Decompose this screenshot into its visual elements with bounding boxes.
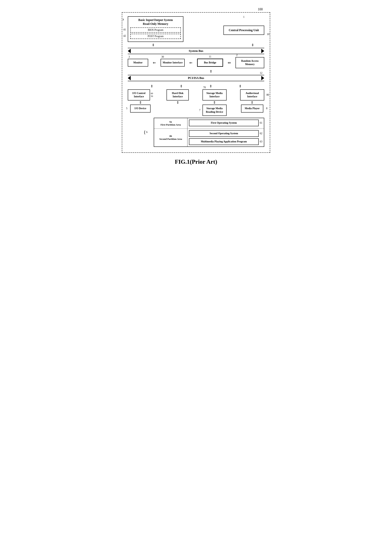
hdd-block: Hard Disk Interface [166,89,189,101]
ref-11: 11 [209,55,211,58]
bios-program-label: BIOS Program [133,29,179,32]
page-wrapper: 100 4 Basic Input/Output SystemRead-Only… [120,7,272,165]
storage-media-arrow: ⇕ [213,101,216,104]
first-os-label: First Operating System [211,121,237,124]
audiovisual-block: Audiovisual Interface [240,89,264,101]
bios-block: Basic Input/Output SystemRead-Only Memor… [128,16,183,42]
bios-section: 4 Basic Input/Output SystemRead-Only Mem… [128,16,185,42]
ref-70: 70 [203,86,206,89]
hdd-col: Hard Disk Interface ⇕ [166,89,189,105]
bios-arrow: ⇕ [152,43,155,47]
arrow-mi-bb: ⇐ [189,60,193,65]
ref-6b: 6b [169,135,172,137]
cpu-block: Central Processing Unit [223,26,264,35]
ram-block: Random Access Memory [236,57,264,68]
storage-media-ref-wrap: 70 Storage Media Interface [203,89,227,101]
brace-6-glyph: { [144,130,146,135]
io-refs: 60 50 [151,92,153,98]
ref-12: 12 [260,72,262,75]
top-row: 4 Basic Input/Output SystemRead-Only Mem… [128,16,264,42]
second-os-label: Second Operating System [209,132,238,135]
cpu-section: 1 Central Processing Unit 10 [223,20,264,35]
monitor-block: Monitor [128,59,148,67]
bios-title: Basic Input/Output SystemRead-Only Memor… [130,18,181,26]
bus-bridge-section: 11 Bus Bridge [197,59,223,67]
ref-2: 2 [236,54,237,57]
fig-title: FIG.1(Prior Art) [175,158,217,165]
monitor-label: Monitor [133,61,143,64]
multimedia-row: Multimedia Playing Application Program 6… [188,138,264,146]
hdd-label: Hard Disk Interface [172,92,184,98]
pci-arrow-2: ⇕ [180,85,183,88]
first-partition-right: First Operating System 61 [188,118,264,129]
media-player-section: 8 Media Player [241,105,263,112]
pci-bus-label: PCI/ISA Bus [188,76,204,80]
partition-section: 6a First Partition Area First Operating … [154,118,264,147]
storage-media-col: 70 Storage Media Interface ⇕ 7 Storage M… [203,89,227,116]
system-bus-label: System Bus [189,49,203,53]
io-control-block: I/O Control Interface [128,89,150,101]
second-partition-left: 6b Second Partition Area [154,129,188,146]
ref-61: 61 [260,121,262,125]
ref-6a: 6a [169,120,172,123]
storage-reading-block: Storage Media Reading Device [203,105,227,116]
diagram-number: 100 [258,7,263,11]
io-control-col: I/O Control Interface 60 50 ⇕ 5 I/O Devi… [128,89,153,113]
monitor-interface-section: 30 Monitor Interface [161,59,185,67]
post-program-label: POST Program [133,35,179,38]
multimedia-label: Multimedia Playing Application Program [201,140,247,143]
ref-10: 10 [267,33,269,36]
hdd-arrow-down: ⇕ [176,101,179,104]
cpu-arrow: ⇕ [251,43,254,47]
ref-4: 4 [123,18,124,21]
cpu-label: Central Processing Unit [229,29,259,32]
io-control-with-labels: I/O Control Interface 60 50 [128,89,153,101]
ref-30: 30 [161,55,164,58]
ref-50: 50 [151,95,153,98]
bus-bridge-block: Bus Bridge [197,59,223,67]
audiovisual-ref-wrap: 80 Audiovisual Interface [240,89,264,101]
partition-top: 6a First Partition Area First Operating … [154,118,264,129]
post-program-block: POST Program [130,34,181,39]
multimedia-block: Multimedia Playing Application Program [189,138,259,145]
ram-label: Random Access Memory [241,59,259,66]
partition-wrapper: { 6 6a First Partition Area [154,118,264,147]
media-player-block: Media Player [241,105,263,112]
first-partition-label: First Partition Area [161,123,181,126]
bios-program-block: BIOS Program [130,27,181,33]
arrow-monitor: ⇐ [153,60,156,65]
monitor-section: 3 Monitor [128,59,148,67]
first-os-row: First Operating System 61 [188,118,264,128]
pci-bus: PCI/ISA Bus [128,75,264,81]
first-partition-left: 6a First Partition Area [154,118,188,129]
io-arrow-down: ⇕ [139,101,142,104]
partition-bottom: 6b Second Partition Area Second Operatin… [154,129,264,146]
top-arrows: ⇕ ⇕ [128,43,264,47]
pci-bus-row: 12 PCI/ISA Bus [128,75,264,81]
second-os-row: Second Operating System 62 [188,129,264,138]
ref-41: 41 [123,28,126,31]
ref-5: 5 [126,107,127,110]
pci-arrow-3: ⇕ [209,85,212,88]
ref-60: 60 [151,92,153,95]
ref-1: 1 [243,16,245,19]
interfaces-row: I/O Control Interface 60 50 ⇕ 5 I/O Devi… [128,89,264,116]
brace-6: { 6 [144,118,147,147]
ref-62: 62 [260,132,262,135]
storage-reading-label: Storage Media Reading Device [206,107,223,113]
bb-pci-arrow: ⇕ [128,69,264,73]
storage-media-block: Storage Media Interface [203,89,227,101]
io-device-label: I/O Device [135,107,146,110]
audiovisual-arrow: ⇕ [251,101,253,104]
second-os-block: Second Operating System [189,130,259,137]
bus-bridge-label: Bus Bridge [204,61,216,64]
audiovisual-label: Audiovisual Interface [246,92,259,98]
io-control-label: I/O Control Interface [132,92,145,98]
bridge-down-arrow: ⇕ [209,70,212,73]
io-device-block: I/O Device [130,105,150,112]
storage-reading-section: 7 Storage Media Reading Device [203,105,227,116]
ref-42: 42 [123,34,126,38]
second-partition-right: Second Operating System 62 Multimedia Pl… [188,129,264,146]
system-bus: System Bus [128,48,264,54]
ref-8: 8 [266,107,267,110]
